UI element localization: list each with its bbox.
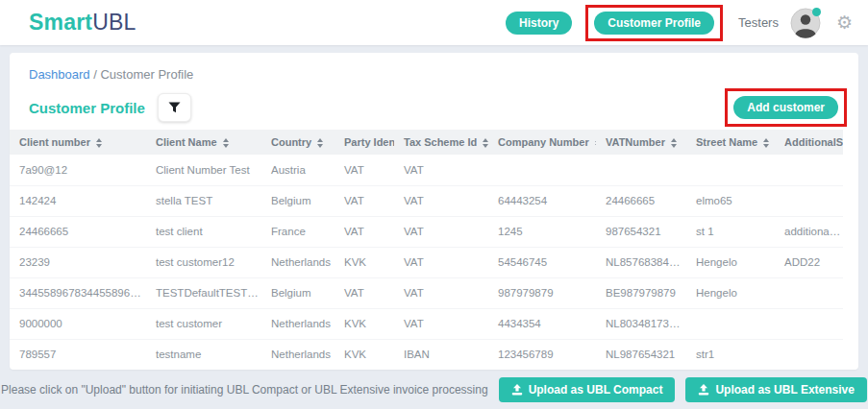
column-header-label: Client Name [156,136,217,148]
title-row: Customer Profile Add customer [10,82,858,122]
table-cell: VAT [335,216,394,247]
table-cell [775,339,843,370]
table-row[interactable]: 142424stella TESTBelgiumVATVAT6444325424… [10,185,843,216]
table-cell: 24466665 [596,185,686,216]
customer-profile-highlight-frame: Customer Profile [585,5,723,41]
settings-gear-icon[interactable]: ⚙ [836,13,853,32]
table-cell: NL987654321 [596,339,686,370]
upload-ubl-extensive-button[interactable]: Upload as UBL Extensive [685,377,867,402]
column-header[interactable]: Client number [10,130,146,155]
table-row[interactable]: 7a90@12Client Number TestAustriaVATVAT [10,155,843,185]
table-row[interactable]: 789557testnameNetherlandsKVKIBAN12345678… [10,339,843,370]
table-cell: test customer12 [146,247,261,277]
table-cell: 54546745 [488,247,596,277]
table-cell: test client [146,216,261,247]
upload-compact-label: Upload as UBL Compact [529,383,663,397]
customer-profile-card: Dashboard / Customer Profile Customer Pr… [10,53,858,370]
table-cell: IBAN [394,339,488,370]
top-bar: SmartUBL History Customer Profile Tester… [0,0,868,45]
table-cell [775,185,843,216]
sort-icon [595,138,596,148]
user-avatar[interactable] [790,8,821,38]
table-cell: Client Number Test [146,155,261,185]
add-customer-button[interactable]: Add customer [733,96,838,119]
table-cell: additional st [775,216,843,247]
upload-instruction-text: Please click on "Upload" button for init… [1,383,488,397]
table-cell: Belgium [261,185,335,216]
sort-icon [671,138,677,148]
sort-icon [96,138,102,148]
top-bar-right: History Customer Profile Testers ⚙ [506,5,853,41]
table-cell [775,155,843,185]
table-cell: KVK [335,339,394,370]
table-cell: 789557 [10,339,146,370]
breadcrumb-separator: / [93,67,97,82]
app-logo[interactable]: SmartUBL [29,10,136,36]
table-cell: BE987979879 [596,277,686,308]
upload-icon [698,384,709,396]
table-cell: 64443254 [488,185,596,216]
table-cell: stella TEST [146,185,261,216]
column-header[interactable]: Tax Scheme Id [394,130,488,155]
table-cell: VAT [335,185,394,216]
table-cell: 1245 [488,216,596,247]
table-cell: NL803481731B01 [596,308,686,339]
table-cell: 344558967834455896783445589678344... [10,277,146,308]
table-row[interactable]: 9000000test customerNetherlandsKVKVAT443… [10,308,843,339]
sort-icon [763,138,769,148]
column-header-label: Company Number [498,136,589,148]
table-cell: VAT [394,216,488,247]
customer-profile-button[interactable]: Customer Profile [594,12,714,35]
table-cell: VAT [335,277,394,308]
table-row[interactable]: 344558967834455896783445589678344...TEST… [10,277,843,308]
table-cell: VAT [394,155,488,185]
table-cell [596,155,686,185]
column-header[interactable]: Street Name [686,130,775,155]
breadcrumb-dashboard-link[interactable]: Dashboard [29,67,90,82]
table-cell: Austria [261,155,335,185]
table-cell: Belgium [261,277,335,308]
history-button[interactable]: History [506,12,572,35]
column-header-label: VATNumber [606,136,665,148]
column-header[interactable]: Country [261,130,335,155]
logo-part-smart: Smart [29,10,92,35]
table-header-row: Client numberClient NameCountryParty Ide… [10,130,843,155]
table-cell: VAT [394,308,488,339]
table-cell: 7a90@12 [10,155,146,185]
breadcrumb-current: Customer Profile [100,67,193,82]
filter-button[interactable] [158,93,191,122]
table-cell: Hengelo [686,247,775,277]
table-cell: 24466665 [10,216,146,247]
breadcrumb: Dashboard / Customer Profile [10,53,858,82]
column-header[interactable]: Client Name [146,130,261,155]
table-row[interactable]: 24466665test clientFranceVATVAT124598765… [10,216,843,247]
column-header-label: Tax Scheme Id [404,136,477,148]
column-header-label: Country [271,136,311,148]
table-cell: Netherlands [261,247,335,277]
table-cell: Netherlands [261,308,335,339]
table-cell: 987654321 [596,216,686,247]
column-header-label: AdditionalStreetN [784,136,843,148]
upload-ubl-compact-button[interactable]: Upload as UBL Compact [499,377,676,402]
table-cell [686,308,775,339]
filter-funnel-icon [168,102,181,113]
add-customer-highlight-frame: Add customer [725,88,847,127]
table-cell: ADD22 [775,247,843,277]
table-cell: 123456789 [488,339,596,370]
table-row[interactable]: 23239test customer12NetherlandsKVKVAT545… [10,247,843,277]
table-cell: 987979879 [488,277,596,308]
table-cell: VAT [394,247,488,277]
table-cell: KVK [335,247,394,277]
table-cell: test customer [146,308,261,339]
table-cell: testname [146,339,261,370]
column-header[interactable]: VATNumber [596,130,686,155]
column-header[interactable]: Company Number [488,130,596,155]
table-cell: Netherlands [261,339,335,370]
column-header-label: Party Identificati [344,136,394,148]
column-header: Party Identificati [335,130,394,155]
table-cell [775,277,843,308]
username-label: Testers [738,15,779,30]
table-body: 7a90@12Client Number TestAustriaVATVAT14… [10,155,843,370]
upload-footer: Please click on "Upload" button for init… [0,370,868,409]
table-cell [488,155,596,185]
